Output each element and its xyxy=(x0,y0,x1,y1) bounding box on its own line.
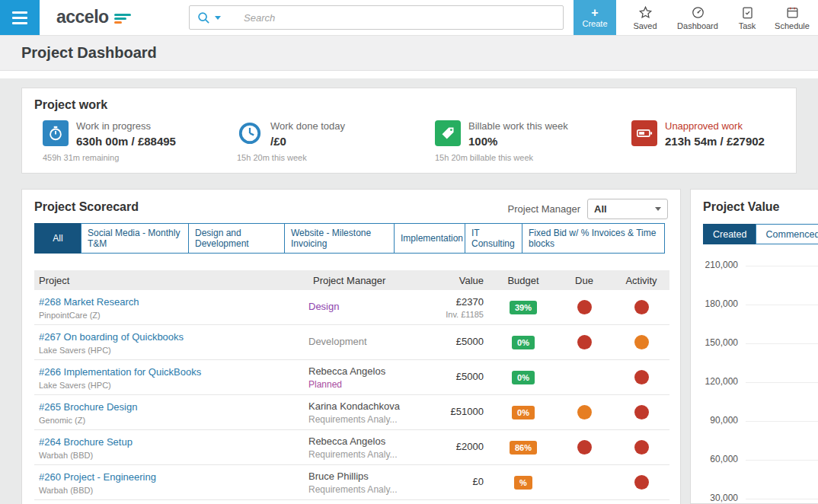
chevron-down-icon xyxy=(655,207,661,211)
project-status: Requirements Analy... xyxy=(308,449,423,460)
column-header-value[interactable]: Value xyxy=(423,275,491,286)
project-value: £5000 xyxy=(423,371,484,382)
project-status: Requirements Analy... xyxy=(308,414,423,425)
nav-schedule-label: Schedule xyxy=(775,21,810,30)
nav-dashboard[interactable]: Dashboard xyxy=(669,0,727,35)
table-row: #267 On boarding of Quickbooks Lake Save… xyxy=(34,325,669,360)
scorecard-tabs: All Social Media - Monthly T&M Design an… xyxy=(34,223,665,254)
tag-icon xyxy=(435,120,461,146)
search-box[interactable] xyxy=(189,5,564,30)
budget-badge: 0% xyxy=(512,336,535,349)
due-status-dot[interactable] xyxy=(577,335,592,349)
schedule-calendar-icon xyxy=(785,5,800,20)
column-header-budget[interactable]: Budget xyxy=(491,275,555,286)
due-status-dot[interactable] xyxy=(577,475,592,490)
kpi-label: Work in progress xyxy=(76,120,176,132)
column-header-activity[interactable]: Activity xyxy=(613,275,669,286)
project-link[interactable]: #267 On boarding of Quickbooks xyxy=(39,331,184,343)
tab-website-milestone-invoicing[interactable]: Website - Milestone Invoicing xyxy=(284,223,395,254)
column-header-project-manager[interactable]: Project Manager xyxy=(308,275,423,286)
activity-status-dot[interactable] xyxy=(634,440,649,455)
table-row: #266 Implementation for QuickBooks Lake … xyxy=(34,360,669,395)
project-client: Genomic (Z) xyxy=(39,416,308,425)
nav-saved[interactable]: Saved xyxy=(628,0,663,35)
table-header-row: Project Project Manager Value Budget Due… xyxy=(34,270,669,290)
project-value-tabs: Created Commenced xyxy=(703,224,818,244)
tab-implementation[interactable]: Implementation xyxy=(394,223,465,254)
project-work-card: Project work Work in progress 630h 00m /… xyxy=(21,88,797,174)
project-client: Lake Savers (HPC) xyxy=(39,346,308,355)
y-axis-tick: 210,000 xyxy=(691,260,818,272)
table-row: #264 Brochure Setup Warbah (BBD) Rebecca… xyxy=(34,430,669,465)
tab-all[interactable]: All xyxy=(34,223,81,254)
project-client: Warbah (BBD) xyxy=(39,451,308,460)
due-status-dot[interactable] xyxy=(577,370,592,384)
project-work-title: Project work xyxy=(34,98,107,112)
project-manager-name: Development xyxy=(308,336,423,347)
project-manager-filter-label: Project Manager xyxy=(508,203,580,215)
project-value-card: Project Value Created Commenced 210,000 … xyxy=(690,189,818,504)
unapproved-battery-icon xyxy=(631,120,657,146)
topbar: accelo + Create Saved Dashboard Task Sch… xyxy=(0,0,818,36)
project-value: £0 xyxy=(423,476,484,487)
table-row: #260 Project - Engineering Warbah (BBD) … xyxy=(34,465,669,500)
kpi-unapproved-work[interactable]: Unapproved work 213h 54m / £27902 xyxy=(631,120,765,153)
gridline xyxy=(746,266,818,266)
activity-status-dot[interactable] xyxy=(634,335,649,349)
kpi-value: /£0 xyxy=(270,135,345,148)
search-input[interactable] xyxy=(242,11,563,24)
hamburger-menu-button[interactable] xyxy=(0,0,40,35)
accelo-logo[interactable]: accelo xyxy=(56,7,131,27)
scorecard-title: Project Scorecard xyxy=(34,200,139,214)
budget-badge: 86% xyxy=(510,441,537,455)
project-value: £51000 xyxy=(423,406,484,417)
tab-social-media-monthly-tm[interactable]: Social Media - Monthly T&M xyxy=(81,223,189,254)
project-link[interactable]: #265 Brochure Design xyxy=(39,401,137,413)
project-client: Warbah (BBD) xyxy=(39,486,308,495)
kpi-work-in-progress[interactable]: Work in progress 630h 00m / £88495 459h … xyxy=(43,120,176,162)
y-axis-tick: 120,000 xyxy=(691,376,818,388)
nav-schedule[interactable]: Schedule xyxy=(768,0,816,35)
due-status-dot[interactable] xyxy=(577,300,592,314)
project-status: Requirements Analy... xyxy=(308,484,423,495)
due-status-dot[interactable] xyxy=(577,440,592,455)
search-icon xyxy=(197,11,210,24)
kpi-billable-work[interactable]: Billable work this week 100% 15h 20m bil… xyxy=(435,120,568,162)
nav-task[interactable]: Task xyxy=(731,0,763,35)
activity-status-dot[interactable] xyxy=(634,405,649,419)
create-button[interactable]: + Create xyxy=(574,0,616,35)
project-status: Planned xyxy=(308,379,423,390)
tab-fixed-bid[interactable]: Fixed Bid w/ % Invoices & Time blocks xyxy=(522,223,665,254)
kpi-value: 213h 54m / £27902 xyxy=(665,135,765,148)
tab-it-consulting[interactable]: IT Consulting xyxy=(465,223,522,254)
project-link[interactable]: #260 Project - Engineering xyxy=(39,471,156,483)
accelo-logo-text: accelo xyxy=(56,7,109,27)
gridline xyxy=(746,499,818,499)
project-link[interactable]: #268 Market Research xyxy=(39,296,139,308)
kpi-label: Work done today xyxy=(270,120,345,132)
tab-commenced[interactable]: Commenced xyxy=(756,224,818,244)
search-scope-caret-icon[interactable] xyxy=(215,16,221,20)
column-header-due[interactable]: Due xyxy=(555,275,613,286)
project-link[interactable]: #266 Implementation for QuickBooks xyxy=(39,366,201,378)
y-axis-tick-label: 90,000 xyxy=(698,415,738,426)
project-value-title: Project Value xyxy=(703,200,780,214)
activity-status-dot[interactable] xyxy=(634,475,649,490)
budget-badge: 39% xyxy=(510,301,537,314)
project-link[interactable]: #264 Brochure Setup xyxy=(39,436,133,448)
activity-status-dot[interactable] xyxy=(634,300,649,314)
task-clipboard-icon xyxy=(740,5,755,20)
y-axis-tick: 30,000 xyxy=(691,493,818,504)
y-axis-tick-label: 30,000 xyxy=(698,493,738,503)
budget-badge: 0% xyxy=(512,406,535,419)
kpi-work-done-today[interactable]: Work done today /£0 15h 20m this week xyxy=(237,120,345,162)
kpi-label: Unapproved work xyxy=(665,120,765,132)
budget-badge: % xyxy=(514,476,532,490)
y-axis-tick-label: 180,000 xyxy=(698,298,738,309)
project-manager-select[interactable]: All xyxy=(587,199,668,219)
column-header-project[interactable]: Project xyxy=(34,275,308,286)
tab-design-and-development[interactable]: Design and Development xyxy=(188,223,285,254)
activity-status-dot[interactable] xyxy=(634,370,649,384)
due-status-dot[interactable] xyxy=(577,405,592,419)
tab-created[interactable]: Created xyxy=(703,224,756,244)
